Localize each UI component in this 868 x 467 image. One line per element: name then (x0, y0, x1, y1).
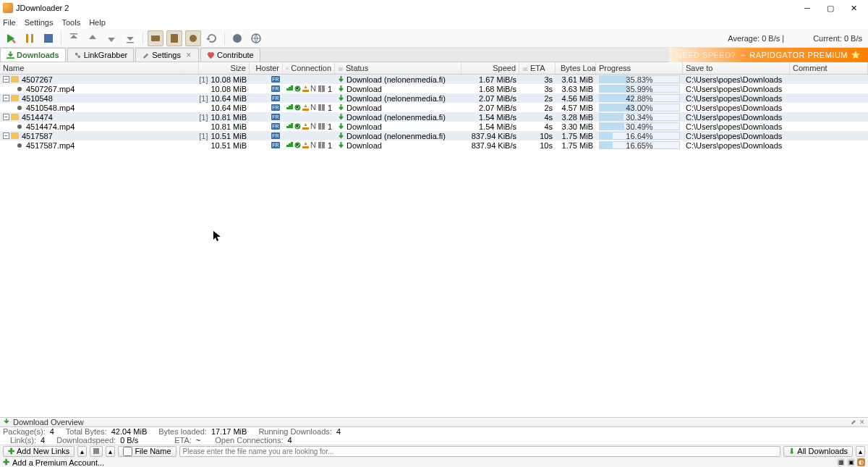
search-regex-checkbox[interactable] (123, 447, 132, 456)
start-downloads-button[interactable] (3, 30, 19, 46)
eta-cell: 2s (519, 104, 556, 112)
col-bytes[interactable]: Bytes Loaded (556, 62, 596, 74)
svg-text:NN: NN (310, 123, 317, 130)
download-row[interactable]: 4507267.mp4 10.08 MiB FR NN 1 Download 1… (0, 84, 868, 93)
col-connection[interactable]: Connection (283, 62, 335, 74)
search-input[interactable] (179, 446, 781, 457)
downloads-table[interactable]: −4507267 [1]10.08 MiB FR Download (nelon… (0, 75, 868, 417)
status-tray: ▦ ▣ ◐ (837, 458, 865, 466)
svg-text:NN: NN (310, 104, 317, 111)
col-save[interactable]: Save to (683, 62, 790, 74)
col-status[interactable]: Status (335, 62, 461, 74)
package-row[interactable]: −4514474 [1]10.81 MiB FR Download (nelon… (0, 112, 868, 122)
progress-bar: 30.49% (599, 122, 680, 130)
tab-downloads[interactable]: Downloads (0, 48, 66, 62)
search-field-type[interactable]: File Name (118, 446, 176, 457)
tab-settings[interactable]: Settings ✕ (135, 48, 199, 62)
speed-cell: 1.54 MiB/s (461, 113, 519, 122)
add-container-button[interactable] (90, 446, 103, 457)
save-path: C:\Users\popes\Downloads (683, 122, 790, 131)
window-titlebar: JDownloader 2 ─ ▢ ✕ (0, 0, 868, 16)
bytes-cell: 3.63 MiB (556, 85, 596, 93)
premium-banner[interactable]: NEED SPEED? → RAPIDGATOR PREMIUM (669, 48, 868, 62)
reconnect-button[interactable] (204, 30, 220, 46)
tab-bar: Downloads LinkGrabber Settings ✕ Contrib… (0, 48, 868, 62)
myportal-button[interactable] (248, 30, 264, 46)
col-speed[interactable]: Speed (461, 62, 519, 74)
row-name: 4510548.mp4 (26, 104, 75, 112)
update-button[interactable] (229, 30, 245, 46)
col-hoster[interactable]: Hoster (250, 62, 283, 74)
row-name: 4517587.mp4 (26, 141, 75, 150)
eta-cell: 3s (519, 75, 556, 84)
col-size[interactable]: Size (199, 62, 250, 74)
add-links-dropdown[interactable]: ▴ (77, 446, 87, 457)
row-name: 4510548 (22, 94, 53, 103)
menu-help[interactable]: Help (89, 18, 106, 27)
minimize-button[interactable]: ─ (796, 0, 819, 16)
move-down-button[interactable] (103, 30, 119, 46)
tab-contribute[interactable]: Contribute (200, 48, 260, 62)
package-row[interactable]: −4517587 [1]10.51 MiB FR Download (nelon… (0, 131, 868, 140)
container-icon (93, 447, 100, 455)
filter-dropdown[interactable]: ▴ (856, 446, 865, 457)
bytes-cell: 1.75 MiB (556, 141, 596, 150)
svg-rect-16 (523, 67, 527, 71)
col-comment[interactable]: Comment (790, 62, 868, 74)
tab-linkgrabber-label: LinkGrabber (84, 51, 128, 59)
overview-close-icon[interactable]: ✕ (859, 418, 865, 426)
download-row[interactable]: 4517587.mp4 10.51 MiB FR NN 1 Download 8… (0, 140, 868, 150)
move-up-button[interactable] (85, 30, 101, 46)
tab-linkgrabber[interactable]: LinkGrabber (67, 48, 135, 62)
stop-downloads-button[interactable] (41, 30, 56, 46)
menu-file[interactable]: File (3, 18, 16, 27)
package-row[interactable]: −4510548 [1]10.64 MiB FR Download (nelon… (0, 93, 868, 103)
svg-rect-31 (318, 123, 321, 130)
move-top-button[interactable] (66, 30, 82, 46)
menu-settings[interactable]: Settings (25, 18, 54, 27)
collapse-toggle[interactable]: − (3, 114, 9, 120)
tray-icon-2[interactable]: ▣ (847, 458, 855, 466)
connection-icons: NN 1 (286, 141, 332, 150)
overview-header[interactable]: Download Overview ⬈ ✕ (0, 417, 868, 427)
maximize-button[interactable]: ▢ (819, 0, 842, 16)
file-icon (17, 143, 22, 148)
auto-confirm-toggle[interactable] (185, 30, 201, 46)
banner-text: RAPIDGATOR PREMIUM (749, 51, 848, 59)
download-row[interactable]: 4510548.mp4 10.64 MiB FR NN 1 Download 2… (0, 103, 868, 112)
close-button[interactable]: ✕ (842, 0, 865, 16)
eta-cell: 4s (519, 122, 556, 131)
all-downloads-filter[interactable]: ⬇All Downloads (783, 446, 853, 457)
overview-popout-icon[interactable]: ⬈ (851, 418, 856, 426)
collapse-toggle[interactable]: − (3, 95, 9, 101)
pause-downloads-button[interactable] (22, 30, 38, 46)
current-speed-label: Current: 0 B/s (813, 34, 862, 43)
tray-icon-3[interactable]: ◐ (857, 458, 865, 466)
bytes-cell: 3.61 MiB (556, 75, 596, 84)
tab-settings-close[interactable]: ✕ (185, 51, 192, 59)
hoster-icon: FR (271, 76, 280, 83)
col-progress[interactable]: Progress (596, 62, 683, 74)
row-name: 4514474.mp4 (26, 122, 75, 131)
download-row[interactable]: 4514474.mp4 10.81 MiB FR NN 1 Download 1… (0, 122, 868, 131)
move-bottom-button[interactable] (122, 30, 138, 46)
svg-rect-38 (93, 448, 99, 454)
svg-rect-5 (151, 35, 160, 41)
col-eta[interactable]: ETA (519, 62, 556, 74)
speed-cell: 2.07 MiB/s (461, 104, 519, 112)
menu-tools[interactable]: Tools (61, 18, 80, 27)
package-row[interactable]: −4507267 [1]10.08 MiB FR Download (nelon… (0, 75, 868, 84)
item-count: [1] (199, 132, 208, 140)
overview-body: Package(s):4 Total Bytes:42.04 MiB Bytes… (0, 427, 868, 445)
collapse-toggle[interactable]: − (3, 132, 9, 139)
window-title: JDownloader 2 (16, 4, 796, 12)
clipboard-observer-toggle[interactable] (166, 30, 182, 46)
col-name[interactable]: Name (0, 62, 199, 74)
collapse-toggle[interactable]: − (3, 76, 9, 83)
add-new-links-button[interactable]: ✚Add New Links (3, 446, 75, 457)
add-premium-account-link[interactable]: Add a Premium Account... (12, 458, 104, 467)
add-container-dropdown[interactable]: ▴ (106, 446, 115, 457)
status-download-icon (338, 76, 344, 83)
tray-icon-1[interactable]: ▦ (837, 458, 845, 466)
auto-reconnect-toggle[interactable] (148, 30, 163, 46)
